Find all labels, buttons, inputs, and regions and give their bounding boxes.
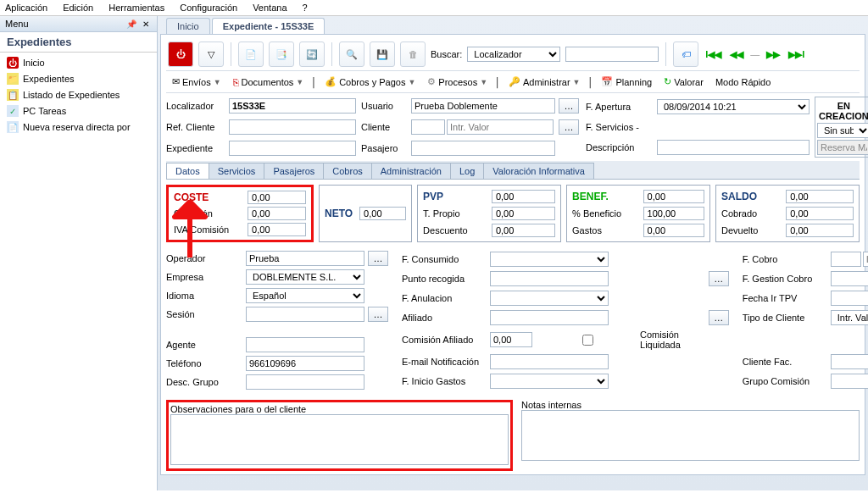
- coste-value: 0,00: [248, 191, 306, 204]
- usuario-lookup-button[interactable]: …: [559, 98, 579, 114]
- cliente-input[interactable]: [447, 119, 554, 135]
- sesion-lookup[interactable]: …: [368, 307, 388, 322]
- clientefac-input[interactable]: [831, 354, 868, 369]
- fconsumido-input[interactable]: [490, 252, 609, 267]
- envios-button[interactable]: ✉ Envíos ▼: [168, 75, 225, 89]
- documentos-button[interactable]: ⎘ Documentos ▼: [229, 75, 309, 89]
- nav-next[interactable]: ▶▶: [765, 49, 782, 60]
- acredito-checkbox[interactable]: A Crédito: [831, 330, 868, 350]
- tab-inicio[interactable]: Inicio: [166, 18, 210, 34]
- comision-value: 0,00: [248, 207, 306, 220]
- emailnotif-input[interactable]: [490, 354, 609, 369]
- agente-input[interactable]: [246, 337, 364, 352]
- search-button[interactable]: 🔍: [339, 42, 364, 67]
- sidebar-item-inicio[interactable]: ⏻Inicio: [5, 56, 152, 69]
- comafiliado-input[interactable]: [490, 332, 532, 347]
- valorar-button[interactable]: ↻ Valorar: [659, 75, 708, 89]
- copy-button[interactable]: 📑: [269, 42, 294, 67]
- search-input[interactable]: [565, 47, 659, 62]
- innertab-log[interactable]: Log: [450, 163, 484, 179]
- sidebar: Menu 📌 ✕ Expedientes ⏻Inicio 📁Expediente…: [0, 16, 158, 490]
- localizador-input[interactable]: [229, 98, 356, 114]
- fcobro-code[interactable]: [831, 252, 861, 267]
- telefono-input[interactable]: [246, 356, 364, 371]
- innertab-servicios[interactable]: Servicios: [209, 163, 265, 179]
- menu-help[interactable]: ?: [303, 3, 308, 13]
- idioma-select[interactable]: Español: [246, 288, 364, 303]
- localizador-label: Localizador: [166, 101, 225, 111]
- tag-button[interactable]: 🏷: [673, 42, 698, 67]
- status-title: EN CREACION: [817, 99, 868, 123]
- sidebar-item-listado[interactable]: 📋Listado de Expedientes: [5, 88, 152, 102]
- procesos-button[interactable]: ⚙ Procesos ▼: [423, 75, 492, 89]
- menu-ventana[interactable]: Ventana: [253, 3, 287, 13]
- substatus-select[interactable]: Sin subestado: [817, 123, 868, 138]
- pasajero-input[interactable]: [411, 141, 555, 156]
- sidebar-item-nuevareserva[interactable]: 📄Nueva reserva directa por: [5, 120, 152, 134]
- sidebar-item-pctareas[interactable]: ✓PC Tareas: [5, 104, 152, 118]
- grupocomision-label: Grupo Comisión: [743, 376, 827, 386]
- fanulacion-input[interactable]: [490, 291, 609, 306]
- menu-herramientas[interactable]: Herramientas: [108, 3, 164, 13]
- puntorecogida-input[interactable]: [490, 271, 609, 286]
- search-mode-select[interactable]: Localizador: [467, 47, 560, 62]
- tpropio-value: 0,00: [492, 207, 555, 220]
- fechairtpv-input[interactable]: [831, 291, 868, 306]
- refcliente-input[interactable]: [229, 119, 356, 135]
- afiliado-label: Afiliado: [402, 313, 487, 323]
- sesion-input[interactable]: [246, 307, 364, 322]
- pin-icon[interactable]: 📌: [125, 18, 137, 30]
- cliente-lookup-button[interactable]: …: [559, 119, 579, 135]
- nav-last[interactable]: ▶▶I: [787, 49, 806, 60]
- innertab-datos[interactable]: Datos: [166, 163, 209, 179]
- menu-edicion[interactable]: Edición: [63, 3, 93, 13]
- planning-button[interactable]: 📅 Planning: [597, 75, 656, 89]
- grupocomision-input[interactable]: [831, 374, 868, 389]
- nav-first[interactable]: I◀◀: [704, 49, 723, 60]
- operador-input[interactable]: [246, 251, 364, 266]
- innertab-valoracion[interactable]: Valoración Informativa: [483, 163, 594, 179]
- empresa-select[interactable]: DOBLEMENTE S.L.: [246, 269, 364, 285]
- tasks-icon: ✓: [7, 105, 19, 117]
- comliquidada-checkbox[interactable]: Comisión Liquidada: [537, 330, 705, 350]
- sidebar-item-expedientes[interactable]: 📁Expedientes: [5, 72, 152, 86]
- innertab-pasajeros[interactable]: Pasajeros: [264, 163, 324, 179]
- operador-lookup[interactable]: …: [368, 251, 388, 266]
- descgrupo-label: Desc. Grupo: [166, 377, 242, 387]
- innertab-admin[interactable]: Administración: [371, 163, 451, 179]
- menu-configuracion[interactable]: Configuración: [180, 3, 237, 13]
- refresh-button[interactable]: 🔄: [299, 42, 325, 67]
- innertab-cobros[interactable]: Cobros: [323, 163, 371, 179]
- notasinternas-textarea[interactable]: [521, 410, 860, 461]
- fapertura-input[interactable]: 08/09/2014 10:21: [657, 99, 810, 114]
- tipocliente-select[interactable]: Intr. Valor: [831, 310, 868, 325]
- observaciones-textarea[interactable]: [170, 414, 509, 465]
- modorapido-button[interactable]: Modo Rápido: [711, 75, 775, 89]
- cliente-code-input[interactable]: [411, 119, 445, 135]
- finigastos-input[interactable]: [490, 374, 609, 389]
- afiliado-lookup[interactable]: …: [709, 310, 729, 325]
- fgestioncobro-input[interactable]: [831, 271, 868, 286]
- fcobro-input[interactable]: [863, 252, 868, 267]
- usuario-input[interactable]: [411, 98, 555, 114]
- expediente-input[interactable]: [229, 141, 356, 156]
- pvp-header: PVP: [423, 191, 485, 202]
- descgrupo-input[interactable]: [246, 374, 364, 390]
- menu-aplicacion[interactable]: Aplicación: [5, 3, 47, 13]
- doc-icon: 📄: [7, 121, 19, 133]
- afiliado-input[interactable]: [490, 310, 609, 325]
- sidebar-title: Expedientes: [0, 32, 157, 53]
- tab-expediente[interactable]: Expediente - 15S33E: [212, 18, 326, 34]
- save-button[interactable]: 💾: [370, 42, 395, 67]
- close-button[interactable]: ⏻: [168, 42, 193, 67]
- descripcion-input[interactable]: [657, 140, 810, 155]
- new-button[interactable]: 📄: [238, 42, 264, 67]
- nav-prev[interactable]: ◀◀: [728, 49, 745, 60]
- main-area: Inicio Expediente - 15S33E ⏻ ▽ 📄 📑 🔄 🔍 💾…: [158, 16, 868, 490]
- puntorecogida-lookup[interactable]: …: [709, 271, 729, 286]
- administrar-button[interactable]: 🔑 Administrar ▼: [504, 75, 585, 89]
- delete-button[interactable]: 🗑: [400, 42, 426, 67]
- cobros-button[interactable]: 💰 Cobros y Pagos ▼: [320, 75, 420, 89]
- close-sidebar-icon[interactable]: ✕: [140, 18, 152, 30]
- filter-button[interactable]: ▽: [198, 42, 224, 67]
